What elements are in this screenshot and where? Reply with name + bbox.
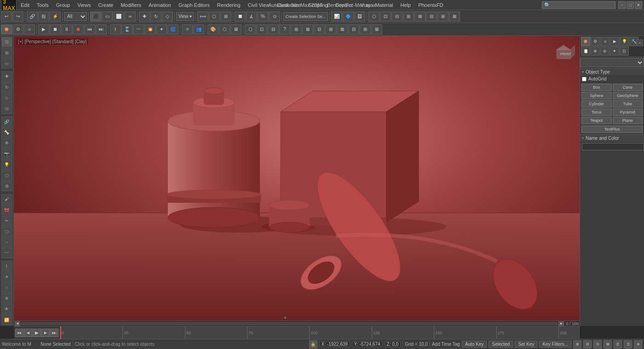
extra-btn6[interactable]: ⊟ [426,11,437,22]
anim-record-btn[interactable]: ⏺ [73,24,84,34]
cloth-btn[interactable]: 🧵 [121,24,132,34]
biped-btn[interactable]: 🚶 [110,24,121,34]
object-name-input[interactable] [582,143,644,150]
main-viewport[interactable]: [+] [Perspective] [Standard] [Clay] FRON… [14,36,580,326]
tube-button[interactable]: Tube [613,100,643,108]
panel-icon9[interactable]: ⊘ [600,46,610,56]
undo-button[interactable]: ↩ [1,11,12,22]
search-input[interactable] [542,1,615,9]
lasso-btn[interactable]: ∞ [125,11,136,22]
bone-btn[interactable]: 🦴 [1,127,12,137]
unknown12-btn[interactable]: ⊠ [371,24,382,34]
playhead[interactable] [60,326,61,339]
standard-primitives-dropdown[interactable]: Standard Primitives [580,58,644,67]
panel-expand-btn[interactable]: + [637,40,643,46]
spacewarp-btn[interactable]: 🌀 [167,24,178,34]
panel-icon8[interactable]: ⊕ [591,46,600,56]
anim-next-btn[interactable]: ⏭ [96,24,107,34]
teapot-button[interactable]: Teapot [581,117,612,124]
layer-dropdown[interactable]: All [64,12,87,21]
torus-button[interactable]: Torus [581,109,612,116]
view-dropdown-btn[interactable]: View ▾ [176,12,194,21]
anim-prev-btn[interactable]: ⏮ [84,24,95,34]
cylinder-button[interactable]: Cylinder [581,100,612,108]
unknown11-btn[interactable]: ⊞ [360,24,371,34]
spinner-snap[interactable]: ⊙ [269,11,280,22]
unknown5-btn[interactable]: ⊞ [291,24,302,34]
select-btn[interactable]: ⬛ [90,11,101,22]
unknown10-btn[interactable]: ⊟ [348,24,359,34]
unknown3-btn[interactable]: ⊟ [268,24,279,34]
extra-btn1[interactable]: ⬡ [368,11,380,22]
move-btn[interactable]: ✚ [139,11,150,22]
pyramid-button[interactable]: Pyramid [613,109,643,116]
unknown9-btn[interactable]: ⊠ [337,24,348,34]
extra-btn2[interactable]: ⊡ [380,11,391,22]
select-region-btn[interactable]: ▭ [1,58,12,69]
helpers-btn[interactable]: ✙ [1,138,12,148]
create-icon-btn[interactable]: ⬟ [581,37,590,46]
systems-btn[interactable]: ⚙ [1,181,12,191]
extra-btn5[interactable]: ⊠ [414,11,426,22]
rotate-transform-btn[interactable]: ↻ [1,82,12,92]
menu-tools[interactable]: Tools [34,1,52,9]
add-time-tag-btn[interactable]: Add Time Tag [432,342,460,347]
bind-button[interactable]: ⚡ [50,11,61,22]
unknown7-btn[interactable]: ⊟ [314,24,325,34]
align2-btn[interactable]: ⊞ [220,11,231,22]
display-icon-btn[interactable]: 💡 [620,37,629,46]
object-type-header[interactable]: ▾ Object Type [580,68,644,75]
timeline-ruler[interactable]: 0 25 50 75 100 125 150 175 200 [60,326,580,339]
nav-btn7[interactable]: ⊕ [634,340,642,349]
link-objects-btn[interactable]: 🔗 [1,116,12,126]
maximize-button[interactable]: □ [627,1,634,9]
unknown8-btn[interactable]: ⊞ [325,24,336,34]
motion-icon-btn[interactable]: ▶ [610,37,619,46]
scale-transform-btn[interactable]: ◇ [1,93,12,103]
paint-btn[interactable]: 🖌 [1,194,12,204]
unknown2-btn[interactable]: ⊡ [256,24,267,34]
hierarchy-icon-btn[interactable]: ⌾ [600,37,610,46]
link-button[interactable]: 🔗 [27,11,38,22]
name-color-header[interactable]: ▾ Name and Color [580,134,644,142]
render-setup-btn[interactable]: Create Selection Se... [283,12,328,21]
nav-btn5[interactable]: ⊏ [614,340,622,349]
hair-btn[interactable]: 〰 [133,24,144,34]
geosphere-button[interactable]: GeoSphere [613,92,643,99]
menu-edit[interactable]: Edit [17,1,33,9]
modify-icon-btn[interactable]: ⚙ [591,37,600,46]
menu-group[interactable]: Group [53,1,74,9]
renderpro-btn[interactable]: 🖥 [230,24,242,34]
scroll-right-btn[interactable]: ► [558,321,564,326]
move-transform-btn[interactable]: ✚ [1,71,12,81]
create-panel-btn[interactable]: ⬟ [1,24,12,34]
unlink-button[interactable]: ⛓ [38,11,49,22]
menu-graph-editors[interactable]: Graph Editors [175,1,213,9]
particle-btn[interactable]: ✦ [156,24,167,34]
anim-stop-btn[interactable]: ⏹ [50,24,61,34]
autogrid-checkbox[interactable] [582,77,586,81]
app-logo[interactable]: 3MAX [2,0,17,10]
menu-modifiers[interactable]: Modifiers [117,1,144,9]
extra-btn3[interactable]: ⊟ [391,11,402,22]
scroll-left-btn[interactable]: ◄ [15,321,20,326]
menu-help[interactable]: Help [397,1,414,9]
hide-btn[interactable]: 👁 [1,304,12,314]
auto-key-btn[interactable]: Auto Key [462,341,487,348]
prev-key-btn[interactable]: ⏮ [15,329,23,337]
select-region-btn[interactable]: ▭ [102,11,113,22]
prev-frame-btn[interactable]: ◄ [24,329,32,337]
set-key-btn[interactable]: Set Key [515,341,537,348]
snap-toggle[interactable]: 🔲 [235,11,246,22]
nav-btn3[interactable]: ⊡ [593,340,602,349]
percent-snap[interactable]: % [258,11,269,22]
fly-mode-btn[interactable]: ✈ [1,272,12,282]
extra-btn8[interactable]: ⊠ [449,11,460,22]
unknown1-btn[interactable]: ⬡ [245,24,256,34]
render-frame-btn[interactable]: 🖼 [354,11,365,22]
modify-panel-btn[interactable]: ⚙ [12,24,23,34]
menu-views[interactable]: Views [74,1,94,9]
selected-indicator[interactable]: Selected [489,341,513,348]
menu-create[interactable]: Create [95,1,116,9]
select-by-name-btn[interactable]: ⊞ [1,47,12,57]
